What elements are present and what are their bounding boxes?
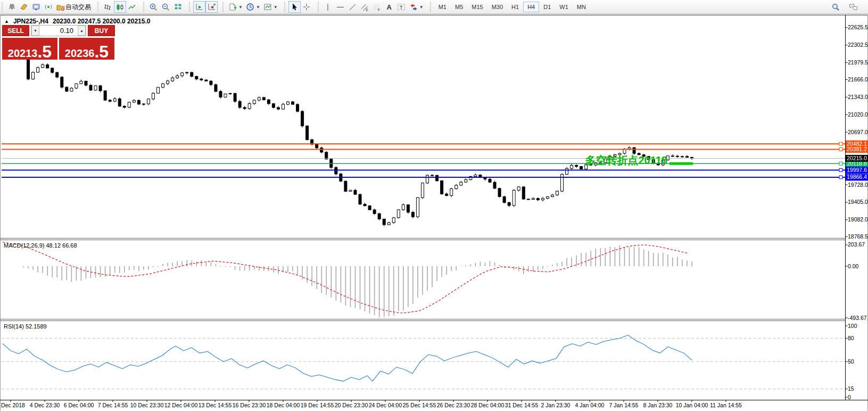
text-label-button[interactable]: T (395, 1, 408, 13)
caret-down-icon[interactable]: ▼ (419, 5, 424, 10)
zoom-in-icon (149, 3, 158, 12)
hline-handle[interactable] (839, 162, 842, 165)
buy-button[interactable]: BUY (88, 25, 115, 36)
tf-d1[interactable]: D1 (539, 2, 555, 12)
toolbar-grip[interactable] (2, 2, 4, 12)
zoom-in-button[interactable] (147, 1, 160, 13)
chart-canvas[interactable]: 多空转折点20118MACD(12,26,9) 48.12 66.68RSI(1… (0, 15, 868, 411)
autotrading-button[interactable]: 自动交易 (55, 1, 93, 13)
auto-scroll-icon (195, 3, 204, 12)
svg-text:19728.0: 19728.0 (848, 182, 868, 188)
price-badge-19997.6: 19997.6 (846, 167, 868, 174)
toolbar-grip[interactable] (318, 2, 320, 12)
trendline-button[interactable] (346, 1, 359, 13)
volume-decrease-button[interactable]: ▼ (31, 26, 39, 36)
candlestick-button[interactable] (114, 1, 126, 13)
hline-handle[interactable] (839, 142, 842, 145)
tf-w1[interactable]: W1 (555, 2, 573, 12)
tf-m15[interactable]: M15 (467, 2, 487, 12)
equidistant-channel-button[interactable]: E (359, 1, 371, 13)
tf-mn[interactable]: MN (573, 2, 590, 12)
crosshair-button[interactable] (301, 1, 313, 13)
svg-text:20381.2: 20381.2 (847, 146, 867, 152)
vertical-line-button[interactable] (322, 1, 334, 13)
new-order-button[interactable]: ▼ (227, 1, 244, 13)
toolbar-grip[interactable] (430, 2, 432, 12)
vertical-line-icon (324, 3, 333, 12)
svg-text:21666.0: 21666.0 (848, 76, 868, 83)
sell-button[interactable]: SELL (2, 25, 29, 36)
svg-text:31 Dec 14:55: 31 Dec 14:55 (505, 402, 539, 408)
tf-m30-label: M30 (492, 4, 503, 10)
orders-panel-button[interactable]: 单 (6, 1, 18, 13)
svg-text:4 Dec 23:30: 4 Dec 23:30 (30, 402, 60, 408)
horizontal-line-button[interactable] (334, 1, 346, 13)
line-chart-button[interactable] (126, 1, 138, 13)
fibonacci-button[interactable]: F (371, 1, 383, 13)
tf-m5-label: M5 (455, 4, 463, 10)
tf-h1[interactable]: H1 (507, 2, 523, 12)
tf-h4[interactable]: H4 (523, 2, 539, 12)
annotation-text[interactable]: 多空转折点20118 (585, 154, 667, 166)
one-click-top-row: SELL ▼ 0.10 ▲ BUY (2, 25, 115, 36)
indicators-button[interactable]: ▼ (262, 1, 279, 13)
svg-text:13 Dec 14:55: 13 Dec 14:55 (199, 402, 232, 408)
zoom-out-button[interactable] (160, 1, 172, 13)
toolbar-separator (315, 2, 315, 12)
buy-price-panel[interactable]: 20236 .5 (59, 38, 114, 60)
cursor-icon (290, 3, 299, 12)
tf-m30[interactable]: M30 (487, 2, 507, 12)
tf-mn-label: MN (577, 4, 586, 10)
volume-value[interactable]: 0.10 (39, 26, 78, 36)
svg-text:F: F (378, 7, 380, 11)
search-button[interactable] (830, 1, 842, 13)
toolbar-right-group (830, 1, 868, 13)
toolbar-grip[interactable] (222, 2, 225, 12)
hline-handle[interactable] (839, 169, 842, 172)
svg-text:T: T (400, 4, 403, 10)
auto-scroll-button[interactable] (193, 1, 205, 13)
crosshair-icon (302, 3, 311, 12)
tf-h4-label: H4 (527, 4, 535, 10)
toolbar-grip[interactable] (143, 2, 145, 12)
tile-windows-button[interactable] (172, 1, 184, 13)
caret-down-icon[interactable]: ▼ (238, 5, 243, 10)
text-label-icon: T (397, 3, 406, 12)
text-button[interactable]: A (383, 1, 395, 13)
chat-button[interactable] (847, 1, 859, 13)
svg-text:8 Jan 23:30: 8 Jan 23:30 (643, 402, 673, 408)
collapse-arrow-icon[interactable]: ▲ (4, 19, 9, 24)
one-click-trading-panel: SELL ▼ 0.10 ▲ BUY 20213 .5 20236 .5 (2, 25, 115, 60)
cursor-button[interactable] (288, 1, 301, 13)
buy-price-fraction: .5 (94, 45, 109, 59)
signals-button[interactable] (43, 1, 55, 13)
toolbar-grip[interactable] (97, 2, 100, 12)
chart-window: 多空转折点20118MACD(12,26,9) 48.12 66.68RSI(1… (0, 15, 868, 411)
tf-m5[interactable]: M5 (451, 2, 467, 12)
new-order-icon (228, 3, 237, 12)
navigator-button[interactable] (30, 1, 43, 13)
svg-text:15: 15 (848, 385, 854, 392)
svg-text:A: A (386, 3, 392, 11)
hline-handle[interactable] (839, 176, 842, 179)
svg-text:E: E (366, 7, 368, 11)
chart-shift-button[interactable] (205, 1, 218, 13)
one-click-price-row: 20213 .5 20236 .5 (2, 38, 115, 60)
toolbar-grip[interactable] (284, 2, 286, 12)
periods-button[interactable]: ▼ (244, 1, 262, 13)
sell-price-panel[interactable]: 20213 .5 (2, 38, 57, 60)
line-chart-icon (128, 3, 137, 12)
tf-d1-label: D1 (543, 4, 551, 10)
tile-windows-icon (173, 3, 183, 12)
market-watch-button[interactable] (18, 1, 30, 13)
caret-down-icon[interactable]: ▼ (256, 5, 260, 10)
tf-m1[interactable]: M1 (434, 2, 451, 12)
price-axis[interactable]: 22625.522302.521979.521666.021343.021020… (846, 15, 868, 400)
toolbar-grip[interactable] (189, 2, 191, 12)
arrows-button[interactable]: ▼ (408, 1, 425, 13)
caret-down-icon[interactable]: ▼ (274, 5, 278, 10)
hline-handle[interactable] (839, 147, 842, 151)
volume-increase-button[interactable]: ▲ (78, 26, 86, 36)
tf-h1-label: H1 (511, 4, 519, 10)
bar-chart-button[interactable] (102, 1, 114, 13)
